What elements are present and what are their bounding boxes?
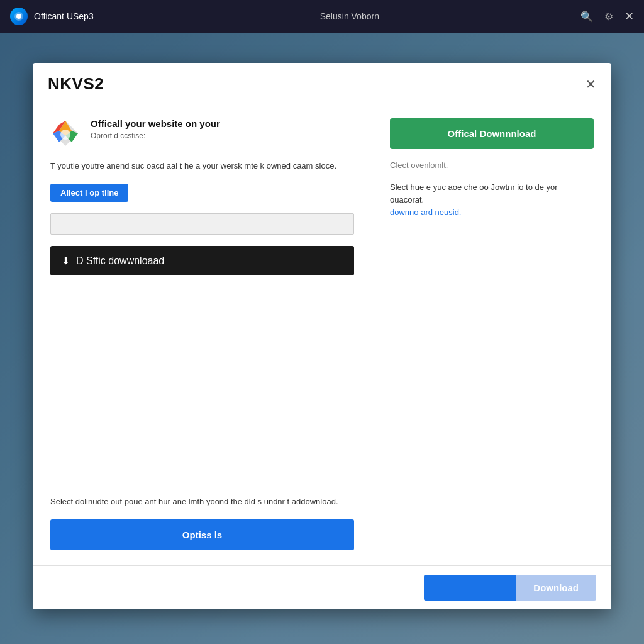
download-button[interactable]: Download <box>516 575 596 601</box>
left-pane: Officall your website on your Oprort d c… <box>33 103 372 565</box>
svg-point-1 <box>16 14 21 19</box>
official-download-button[interactable]: Offical Downnnload <box>390 118 594 149</box>
titlebar-close-icon[interactable]: ✕ <box>625 9 634 23</box>
settings-icon[interactable]: ⚙ <box>604 11 613 23</box>
cloud-label: Clect ovenlomlt. <box>390 160 594 170</box>
product-subtitle: Oprort d ccstise: <box>91 131 220 140</box>
dropdown-placeholder <box>50 213 354 235</box>
product-info: Officall your website on your Oprort d c… <box>91 118 220 140</box>
modal-dialog: NKVS2 ✕ Officall your website on your Op… <box>33 63 611 609</box>
app-name: Officant USep3 <box>34 11 94 21</box>
modal-footer: Download <box>33 565 611 609</box>
bottom-instruction: Select dolinudte out poue ant hur ane lm… <box>50 496 354 508</box>
app-logo <box>10 8 28 25</box>
specific-download-bar: ⬇ D Sffic dowwnloaad <box>50 246 354 275</box>
description-text: T youtle youtre anend suc oacd aal t he … <box>50 160 354 172</box>
specific-download-label: D Sffic dowwnloaad <box>76 255 164 267</box>
modal-title: NKVS2 <box>48 74 104 94</box>
cloud-description: Slect hue e yuc aoe che oo Jowtnr io to … <box>390 181 594 219</box>
select-option-button[interactable]: Allect l op tiine <box>50 184 128 202</box>
footer-left-button[interactable] <box>424 575 516 601</box>
modal-body: Officall your website on your Oprort d c… <box>33 103 611 565</box>
titlebar: Officant USep3 Selusin Voborn 🔍 ⚙ ✕ <box>0 0 644 33</box>
product-header: Officall your website on your Oprort d c… <box>50 118 354 148</box>
product-name: Officall your website on your <box>91 118 220 129</box>
titlebar-center-text: Selusin Voborn <box>119 11 580 21</box>
download-bar-icon: ⬇ <box>62 255 70 267</box>
options-button[interactable]: Optiss ls <box>50 519 354 550</box>
titlebar-controls: 🔍 ⚙ ✕ <box>580 9 634 23</box>
modal-close-button[interactable]: ✕ <box>586 78 596 91</box>
cloud-link[interactable]: downno ard neusid. <box>390 208 461 217</box>
svg-point-7 <box>60 130 70 140</box>
cloud-description-text: Slect hue e yuc aoe che oo Jowtnr io to … <box>390 182 558 204</box>
modal-header: NKVS2 ✕ <box>33 63 611 103</box>
search-icon[interactable]: 🔍 <box>580 11 593 23</box>
right-pane: Offical Downnnload Clect ovenlomlt. Slec… <box>372 103 611 565</box>
product-icon <box>50 118 80 148</box>
